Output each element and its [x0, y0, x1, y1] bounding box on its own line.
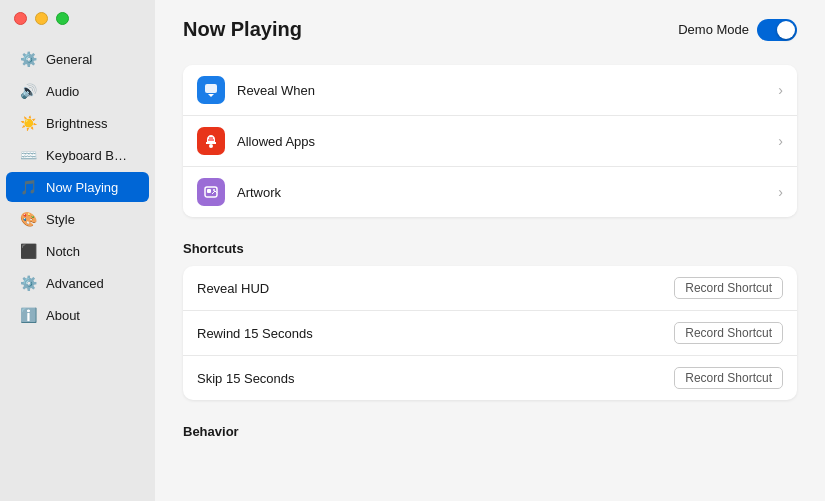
sidebar-item-general[interactable]: ⚙️ General — [6, 44, 149, 74]
shortcut-row-skip: Skip 15 Seconds Record Shortcut — [183, 356, 797, 400]
sidebar-label-notch: Notch — [46, 244, 80, 259]
sidebar-item-keyboard[interactable]: ⌨️ Keyboard B… — [6, 140, 149, 170]
artwork-chevron: › — [778, 184, 783, 200]
record-shortcut-reveal-hud[interactable]: Record Shortcut — [674, 277, 783, 299]
audio-icon: 🔊 — [18, 81, 38, 101]
sidebar-item-style[interactable]: 🎨 Style — [6, 204, 149, 234]
sidebar-item-now-playing[interactable]: 🎵 Now Playing — [6, 172, 149, 202]
record-shortcut-skip[interactable]: Record Shortcut — [674, 367, 783, 389]
artwork-label: Artwork — [237, 185, 766, 200]
advanced-icon: ⚙️ — [18, 273, 38, 293]
shortcuts-section-title: Shortcuts — [183, 241, 797, 256]
svg-rect-0 — [205, 84, 217, 93]
demo-mode-row: Demo Mode — [678, 19, 797, 41]
page-header: Now Playing Demo Mode — [183, 18, 797, 41]
keyboard-icon: ⌨️ — [18, 145, 38, 165]
behavior-section-title: Behavior — [183, 424, 797, 439]
about-icon: ℹ️ — [18, 305, 38, 325]
artwork-icon — [197, 178, 225, 206]
record-shortcut-rewind[interactable]: Record Shortcut — [674, 322, 783, 344]
rewind-label: Rewind 15 Seconds — [197, 326, 313, 341]
close-button[interactable] — [14, 12, 27, 25]
demo-mode-label: Demo Mode — [678, 22, 749, 37]
reveal-when-label: Reveal When — [237, 83, 766, 98]
shortcut-row-rewind: Rewind 15 Seconds Record Shortcut — [183, 311, 797, 356]
sidebar-item-notch[interactable]: ⬛ Notch — [6, 236, 149, 266]
sidebar-label-advanced: Advanced — [46, 276, 104, 291]
skip-label: Skip 15 Seconds — [197, 371, 295, 386]
svg-rect-3 — [207, 189, 211, 193]
reveal-hud-label: Reveal HUD — [197, 281, 269, 296]
brightness-icon: ☀️ — [18, 113, 38, 133]
sidebar-item-about[interactable]: ℹ️ About — [6, 300, 149, 330]
allowed-apps-chevron: › — [778, 133, 783, 149]
sidebar: ⚙️ General 🔊 Audio ☀️ Brightness ⌨️ Keyb… — [0, 0, 155, 501]
sidebar-label-brightness: Brightness — [46, 116, 107, 131]
sidebar-label-general: General — [46, 52, 92, 67]
sidebar-label-style: Style — [46, 212, 75, 227]
style-icon: 🎨 — [18, 209, 38, 229]
reveal-when-chevron: › — [778, 82, 783, 98]
reveal-when-icon — [197, 76, 225, 104]
shortcuts-section: Reveal HUD Record Shortcut Rewind 15 Sec… — [183, 266, 797, 400]
shortcut-row-reveal-hud: Reveal HUD Record Shortcut — [183, 266, 797, 311]
sidebar-item-brightness[interactable]: ☀️ Brightness — [6, 108, 149, 138]
sidebar-label-audio: Audio — [46, 84, 79, 99]
reveal-when-row[interactable]: Reveal When › — [183, 65, 797, 116]
allowed-apps-icon — [197, 127, 225, 155]
main-content: Now Playing Demo Mode Reveal When › — [155, 0, 825, 501]
svg-point-4 — [213, 189, 215, 191]
sidebar-item-audio[interactable]: 🔊 Audio — [6, 76, 149, 106]
maximize-button[interactable] — [56, 12, 69, 25]
page-title: Now Playing — [183, 18, 302, 41]
minimize-button[interactable] — [35, 12, 48, 25]
demo-mode-toggle[interactable] — [757, 19, 797, 41]
artwork-row[interactable]: Artwork › — [183, 167, 797, 217]
notch-icon: ⬛ — [18, 241, 38, 261]
now-playing-icon: 🎵 — [18, 177, 38, 197]
sidebar-label-about: About — [46, 308, 80, 323]
menu-section: Reveal When › Allowed Apps › — [183, 65, 797, 217]
allowed-apps-row[interactable]: Allowed Apps › — [183, 116, 797, 167]
sidebar-label-now-playing: Now Playing — [46, 180, 118, 195]
sidebar-label-keyboard: Keyboard B… — [46, 148, 127, 163]
svg-point-1 — [209, 144, 213, 148]
general-icon: ⚙️ — [18, 49, 38, 69]
sidebar-item-advanced[interactable]: ⚙️ Advanced — [6, 268, 149, 298]
allowed-apps-label: Allowed Apps — [237, 134, 766, 149]
